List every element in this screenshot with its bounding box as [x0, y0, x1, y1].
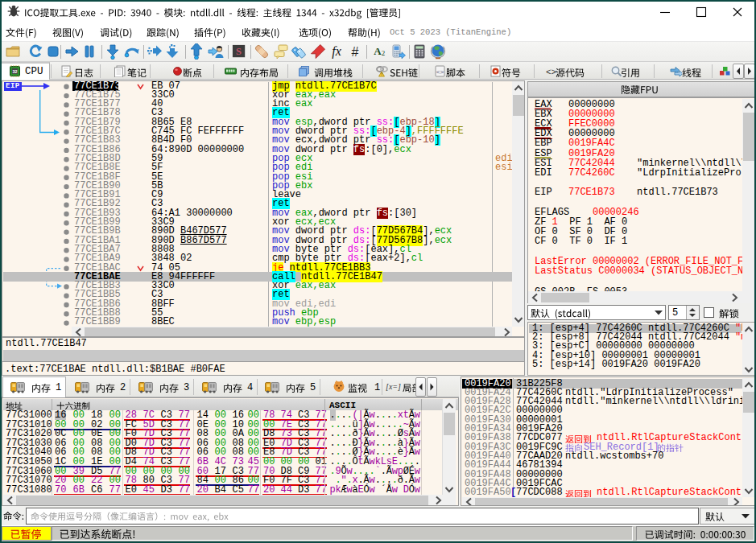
svg-text:<>: <>	[436, 68, 444, 76]
svg-text:fx: fx	[332, 44, 341, 59]
svg-text:<>: <>	[546, 68, 556, 77]
svg-text:2: 2	[382, 49, 386, 57]
svg-text:32: 32	[12, 69, 17, 74]
svg-text:S: S	[236, 46, 242, 57]
svg-text:#: #	[352, 45, 359, 59]
